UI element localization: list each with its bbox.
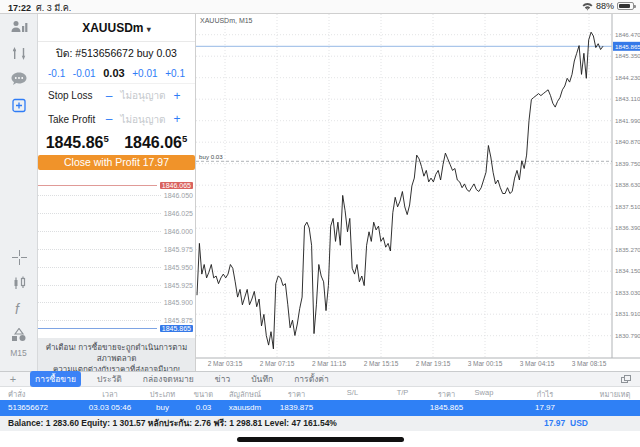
volume-value: 0.03 (103, 67, 124, 79)
x-axis-label: 2 Mar 03:15 (208, 360, 243, 367)
x-axis-label: 3 Mar 08:15 (572, 360, 607, 367)
table-cell: 17.97 (500, 400, 590, 416)
bottom-tab-bar: + การซื้อขายประวัติกล่องจดหมายข่าวบันทึก… (0, 371, 640, 387)
svg-text:f: f (15, 301, 21, 317)
volume-inc-big-button[interactable]: +0.1 (165, 68, 185, 79)
symbol-dropdown[interactable]: XAUUSDm ▾ (38, 14, 195, 42)
trade-arrows-icon[interactable] (0, 40, 38, 66)
objects-group-icon[interactable] (0, 322, 38, 348)
table-header-cell: ขนาด (185, 388, 222, 400)
tab-settings[interactable]: การตั้งค่า (289, 371, 334, 387)
wifi-icon (582, 2, 593, 11)
ladder-price-label: 1846.050 (164, 192, 193, 199)
ladder-level: 1845.900 (38, 298, 193, 308)
take-profit-value[interactable]: ไม่อนุญาต (117, 112, 169, 127)
y-axis-label: 1845.350 (615, 52, 640, 59)
timeframe-button[interactable]: M15 (0, 348, 37, 358)
table-header-cell: หมายเหตุ (590, 388, 640, 400)
volume-dec-big-button[interactable]: -0.1 (48, 68, 65, 79)
stop-loss-label: Stop Loss (48, 90, 101, 101)
trade-panel: XAUUSDm ▾ ปิด: #513656672 buy 0.03 -0.1 … (38, 14, 196, 371)
ladder-level: 1845.950 (38, 262, 193, 272)
bid-ask-prices: 1845.865 1846.065 (38, 131, 195, 154)
detach-window-icon[interactable] (621, 375, 632, 384)
table-cell: buy (140, 400, 185, 416)
price-chart[interactable]: 2 Mar 03:152 Mar 07:152 Mar 11:152 Mar 1… (196, 14, 640, 371)
ladder-bid-row: 1845.865 (38, 323, 193, 333)
left-toolbar: f M15 (0, 14, 38, 371)
table-header-cell: เวลา (80, 388, 140, 400)
ladder-price-label: 1845.950 (164, 264, 193, 271)
table-cell: xauusdm (222, 400, 268, 416)
table-row[interactable]: 51365667203.03 05:46buy0.03xauusdm1839.8… (0, 400, 640, 416)
account-summary-row: Balance: 1 283.60 Equity: 1 301.57 หลักป… (0, 416, 640, 431)
y-axis-label: 1846.470 (615, 31, 640, 38)
tab-news[interactable]: ข่าว (210, 371, 235, 387)
y-axis-label: 1843.110 (615, 95, 640, 102)
x-axis-label: 2 Mar 15:15 (364, 360, 399, 367)
indicators-icon[interactable]: f (0, 296, 38, 322)
ladder-price-label: 1845.925 (164, 282, 193, 289)
stop-loss-minus-button[interactable]: – (101, 89, 117, 103)
chevron-down-icon: ▾ (147, 25, 151, 34)
tab-mailbox[interactable]: กล่องจดหมาย (138, 371, 199, 387)
take-profit-minus-button[interactable]: – (101, 112, 117, 126)
battery-percent: 88% (596, 1, 614, 11)
ladder-level: 1846.025 (38, 209, 193, 219)
chat-icon[interactable] (0, 66, 38, 92)
status-date: ศ. 3 มี.ค. (36, 3, 71, 13)
price-series-line (197, 32, 603, 349)
y-axis-label: 1835.270 (615, 246, 640, 253)
crosshair-icon[interactable] (0, 244, 38, 270)
tab-trade[interactable]: การซื้อขาย (30, 371, 81, 387)
price-ladder: 1846.0651846.0501846.0251846.0001845.975… (38, 170, 195, 339)
take-profit-label: Take Profit (48, 114, 101, 125)
ladder-level: 1846.050 (38, 191, 193, 201)
tab-history[interactable]: ประวัติ (92, 371, 127, 387)
chart-area[interactable]: XAUUSDm, M15 2 Mar 03:152 Mar 07:152 Mar… (196, 14, 640, 371)
table-cell: 1839.875 (268, 400, 325, 416)
bid-price: 1845.865 (38, 133, 117, 152)
ladder-ask-row: 1846.065 (38, 180, 193, 190)
ladder-level: 1845.975 (38, 244, 193, 254)
table-cell: 0.03 (185, 400, 222, 416)
table-cell: 03.03 05:46 (80, 400, 140, 416)
y-axis-label: 1844.230 (615, 74, 640, 81)
tab-journal[interactable]: บันทึก (246, 371, 278, 387)
y-axis-label: 1830.790 (615, 332, 640, 339)
x-axis-label: 3 Mar 00:15 (468, 360, 503, 367)
take-profit-plus-button[interactable]: + (169, 112, 185, 126)
new-order-icon[interactable] (0, 92, 38, 118)
y-axis-label: 1837.510 (615, 203, 640, 210)
add-tab-button[interactable]: + (0, 373, 26, 385)
status-time: 17:22 (8, 3, 31, 13)
metatrader-app: 17:22ศ. 3 มี.ค. 88% f (0, 0, 640, 447)
table-header-cell: ราคา (268, 388, 325, 400)
symbol-name: XAUUSDm (82, 21, 143, 35)
stop-loss-plus-button[interactable]: + (169, 89, 185, 103)
ask-price: 1846.065 (117, 133, 196, 152)
table-header-cell: S/L (325, 388, 380, 397)
volume-inc-small-button[interactable]: +0.01 (132, 68, 157, 79)
status-bar: 17:22ศ. 3 มี.ค. 88% (0, 0, 640, 14)
quotes-icon[interactable] (0, 14, 38, 40)
table-header-cell: คำสั่ง (0, 388, 80, 400)
table-header-cell: T/P (380, 388, 425, 397)
table-header-row: คำสั่งเวลาประเภทขนาดสัญลักษณ์ราคาS/LT/Pร… (0, 388, 640, 400)
table-header-cell: กำไร (500, 388, 590, 400)
home-indicator[interactable] (237, 437, 404, 442)
position-summary: ปิด: #513656672 buy 0.03 (38, 42, 195, 63)
volume-stepper: -0.1 -0.01 0.03 +0.01 +0.1 (38, 63, 195, 83)
volume-dec-small-button[interactable]: -0.01 (73, 68, 96, 79)
ladder-price-label: 1845.975 (164, 246, 193, 253)
battery-icon (617, 2, 634, 10)
table-header-cell: Swap (468, 388, 500, 397)
ladder-price-label: 1846.000 (164, 228, 193, 235)
ask-price-badge: 1846.065 (160, 182, 193, 189)
x-axis-label: 3 Mar 04:15 (520, 360, 555, 367)
x-axis-label: 2 Mar 07:15 (260, 360, 295, 367)
close-position-button[interactable]: Close with Profit 17.97 (38, 155, 195, 170)
chart-objects-icon[interactable] (0, 270, 38, 296)
stop-loss-value[interactable]: ไม่อนุญาต (117, 88, 169, 103)
y-axis-label: 1831.910 (615, 310, 640, 317)
